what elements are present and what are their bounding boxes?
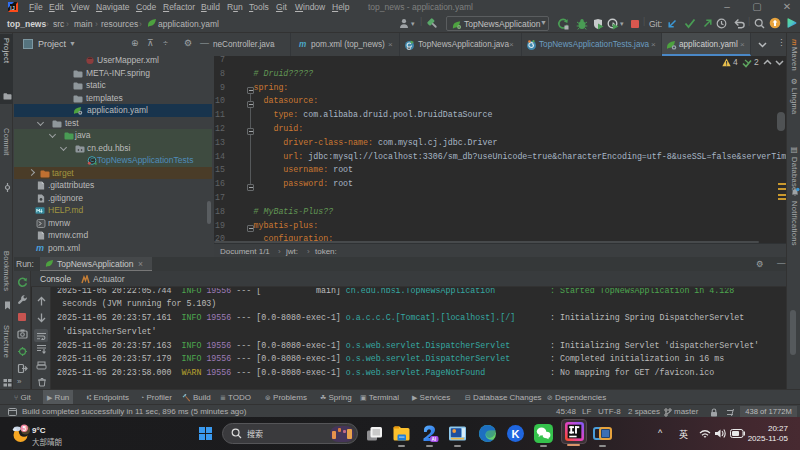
svg-text:IJ: IJ (10, 4, 15, 10)
svg-text:C: C (90, 157, 94, 163)
svg-text:5: 5 (23, 425, 27, 432)
svg-text:AI: AI (432, 437, 437, 442)
svg-text:K: K (512, 428, 520, 440)
